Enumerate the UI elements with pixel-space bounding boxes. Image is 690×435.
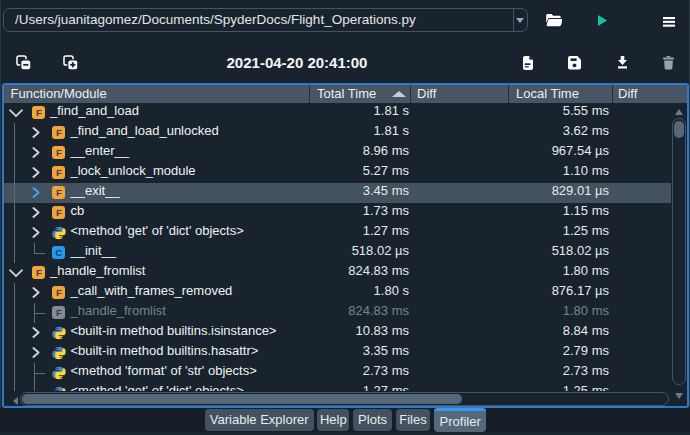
- svg-text:F: F: [56, 307, 62, 318]
- svg-text:F: F: [56, 147, 62, 158]
- svg-text:F: F: [56, 207, 62, 218]
- svg-text:F: F: [56, 167, 62, 178]
- svg-text:F: F: [56, 287, 62, 298]
- svg-text:F: F: [35, 107, 41, 118]
- svg-text:C: C: [55, 247, 62, 258]
- svg-text:F: F: [35, 267, 41, 278]
- svg-text:F: F: [56, 127, 62, 138]
- svg-text:F: F: [56, 187, 62, 198]
